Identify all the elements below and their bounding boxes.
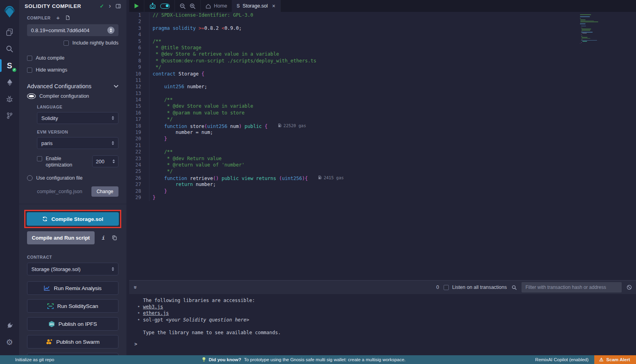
compile-button[interactable]: Compile Storage.sol <box>27 212 119 226</box>
terminal-output[interactable]: The following libraries are accessible: … <box>129 294 636 355</box>
scam-alert-button[interactable]: ⚠ Scam Alert <box>594 355 636 364</box>
use-config-file-radio[interactable] <box>27 175 33 181</box>
terminal-prompt[interactable]: > <box>134 341 636 347</box>
sidebar-item-plugin-manager[interactable] <box>0 318 19 333</box>
terminal-link[interactable]: web3.js <box>143 304 163 310</box>
terminal-link[interactable]: ethers.js <box>143 310 169 316</box>
optimization-runs-input[interactable]: 200 <box>92 155 118 167</box>
tab-home[interactable]: Home <box>201 0 232 12</box>
robot-icon[interactable] <box>149 3 156 9</box>
terminal-line: • sol-gpt <your Solidity question here> <box>134 317 636 323</box>
evm-version-select[interactable]: paris <box>37 137 118 149</box>
line-number: 4 <box>129 32 149 38</box>
publish-ipfs-button[interactable]: IPFS Publish on IPFS <box>27 317 118 331</box>
collapse-terminal-icon[interactable]: « <box>132 286 138 289</box>
transaction-filter-input[interactable] <box>522 282 622 292</box>
language-select[interactable]: Solidity <box>37 112 118 124</box>
listen-transactions-checkbox[interactable] <box>444 285 449 290</box>
optimization-runs-value: 200 <box>96 159 105 165</box>
action-label: Run Remix Analysis <box>54 285 101 291</box>
play-icon[interactable] <box>134 3 139 9</box>
code-line: 19 number = num; <box>129 130 636 136</box>
compile-and-run-button[interactable]: Compile and Run script <box>27 231 95 244</box>
gas-annotation: 2415 gas <box>318 175 344 180</box>
code-line: 23 * @dev Return value <box>129 156 636 162</box>
tab-storage-sol[interactable]: S Storage.sol × <box>232 0 280 12</box>
code-line: 6 * @title Storage <box>129 45 636 51</box>
git-init-button[interactable]: Initialize as git repo <box>0 357 54 362</box>
sidebar-item-search[interactable] <box>0 41 19 56</box>
line-number: 3 <box>129 25 149 32</box>
compile-and-run-row: Compile and Run script i <box>27 231 118 244</box>
line-content: */ <box>149 64 161 71</box>
line-number: 22 <box>129 149 149 155</box>
did-you-know-tip: Did you know? To prototype using the Gno… <box>202 357 405 362</box>
run-remix-analysis-button[interactable]: Run Remix Analysis <box>27 281 118 295</box>
line-number: 27 <box>129 182 149 188</box>
contract-select[interactable]: Storage (Storage.sol) <box>27 263 118 275</box>
change-config-button[interactable]: Change <box>91 186 118 197</box>
copilot-status[interactable]: RemixAI Copilot (enabled) <box>535 357 588 362</box>
hide-warnings-checkbox[interactable] <box>27 68 32 73</box>
sidebar-item-solidity-compiler[interactable]: S ✓ <box>0 58 19 73</box>
copilot-toggle[interactable] <box>160 4 170 9</box>
listen-transactions-label: Listen on all transactions <box>452 285 507 290</box>
zoom-in-icon[interactable] <box>190 3 196 9</box>
line-content: */ <box>149 116 173 123</box>
home-tab-label: Home <box>214 3 227 9</box>
line-content: return number; <box>149 182 216 188</box>
ethereum-icon <box>6 79 13 86</box>
enable-optimization-checkbox[interactable] <box>37 156 42 161</box>
line-content: pragma solidity >=0.8.2 <0.9.0; <box>149 25 242 32</box>
ai-copilot-segment <box>144 0 175 12</box>
line-number: 19 <box>129 130 149 136</box>
sidebar-item-settings[interactable]: ⚙ <box>0 335 19 350</box>
minimap[interactable] <box>580 14 618 44</box>
line-number: 25 <box>129 168 149 175</box>
use-config-file-label: Use configuration file <box>36 175 83 181</box>
chevron-right-icon[interactable]: › <box>109 4 111 8</box>
code-line: 18 function store(uint256 num) public {2… <box>129 123 636 130</box>
publish-swarm-button[interactable]: Publish on Swarm <box>27 335 118 349</box>
home-icon <box>206 4 211 9</box>
advanced-configurations-header[interactable]: Advanced Configurations <box>27 83 118 89</box>
sidebar-item-deploy-run[interactable] <box>0 75 19 90</box>
load-compiler-file-icon[interactable] <box>66 15 70 20</box>
svg-text:IPFS: IPFS <box>50 323 54 325</box>
sidebar-item-file-explorer[interactable] <box>0 25 19 40</box>
line-content: /** <box>149 97 173 103</box>
line-number: 7 <box>129 51 149 58</box>
include-nightly-checkbox[interactable] <box>64 41 69 46</box>
code-editor[interactable]: 1// SPDX-License-Identifier: GPL-3.023pr… <box>129 12 636 280</box>
action-label: Run SolidityScan <box>57 303 98 309</box>
line-number: 8 <box>129 58 149 64</box>
sidebar-item-git[interactable] <box>0 108 19 123</box>
clear-console-icon[interactable] <box>626 285 632 290</box>
code-line: 24 * @return value of 'number' <box>129 162 636 168</box>
compiler-config-radio[interactable] <box>27 93 36 99</box>
line-number: 14 <box>129 97 149 103</box>
remix-logo-icon[interactable] <box>0 2 19 21</box>
close-tab-icon[interactable]: × <box>272 3 275 9</box>
tip-text: To prototype using the Gnosis safe multi… <box>244 357 406 362</box>
sidebar-item-debugger[interactable] <box>0 91 19 106</box>
line-content <box>149 91 153 97</box>
line-content: } <box>149 195 155 201</box>
evm-version-label: EVM VERSION <box>37 130 118 134</box>
line-content: contract Storage { <box>149 71 204 77</box>
app-window: S ✓ <box>0 0 636 355</box>
pin-panel-icon[interactable] <box>116 4 121 8</box>
line-number: 28 <box>129 188 149 195</box>
terminal-lines: The following libraries are accessible: … <box>134 297 636 336</box>
line-content: * @dev Return value <box>149 156 221 162</box>
copy-icon[interactable] <box>112 235 117 240</box>
code-line: 27 return number; <box>129 182 636 188</box>
run-solidityscan-button[interactable]: Run SolidityScan <box>27 299 118 313</box>
auto-compile-checkbox[interactable] <box>27 56 32 61</box>
zoom-out-icon[interactable] <box>180 3 186 9</box>
line-content: function retrieve() public view returns … <box>149 175 344 182</box>
add-custom-compiler-icon[interactable]: + <box>56 14 60 21</box>
compiler-version-select[interactable]: 0.8.19+commit.7dd6d404 <box>27 24 118 36</box>
line-number: 12 <box>129 84 149 90</box>
info-icon[interactable]: i <box>102 235 105 241</box>
